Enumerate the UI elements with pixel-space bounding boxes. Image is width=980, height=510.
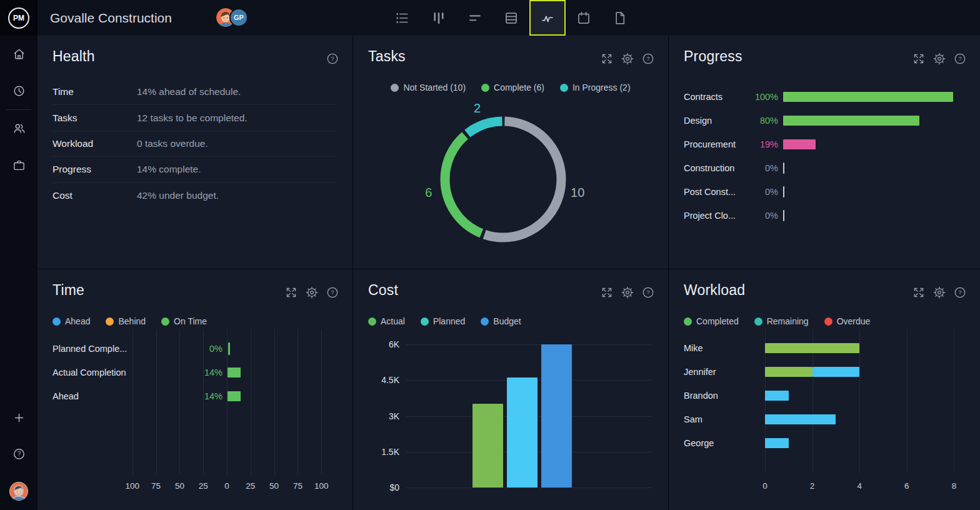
time-bar-chart: 1007550250255075100Planned Comple...0%Ac…	[38, 269, 352, 510]
toolbar-dashboard-view[interactable]	[529, 0, 566, 36]
list-icon	[394, 10, 411, 26]
toolbar-table-view[interactable]	[493, 0, 529, 36]
progress-row-label: Procurement	[684, 139, 736, 149]
zero-tick	[783, 186, 784, 198]
y-axis-label: 4.5K	[362, 375, 399, 385]
toolbar-docs-view[interactable]	[602, 0, 638, 36]
tasks-donut-chart: 1062	[419, 98, 594, 264]
panel-time: Time ? AheadBehindOn Time 10075502502550…	[38, 269, 352, 510]
project-members[interactable]: GP	[216, 8, 248, 27]
donut-slice-count: 10	[571, 186, 584, 199]
time-bar	[228, 368, 241, 378]
legend-item: In Progress (2)	[560, 82, 631, 92]
calendar-icon	[576, 10, 592, 26]
legend-label: Not Started (10)	[403, 82, 466, 92]
zero-tick	[783, 210, 784, 221]
progress-row-value: 0%	[731, 163, 778, 173]
user-avatar-icon	[9, 482, 28, 501]
gridline	[227, 329, 228, 474]
toolbar-calendar-view[interactable]	[566, 0, 602, 36]
time-bar	[228, 391, 241, 401]
gridline	[907, 329, 908, 473]
toolbar-board-view[interactable]	[421, 0, 457, 36]
help-icon[interactable]: ?	[326, 52, 339, 65]
cost-bar-actual	[472, 404, 503, 488]
sidebar-add-button[interactable]	[0, 411, 38, 425]
time-row-value: 14%	[160, 368, 222, 378]
progress-bar	[783, 116, 919, 126]
x-axis-label: 50	[269, 481, 279, 491]
x-axis-label: 25	[246, 481, 255, 491]
toolbar-gantt-view[interactable]	[457, 0, 493, 36]
workload-bar-remaining	[765, 438, 789, 448]
help-icon[interactable]: ?	[642, 52, 654, 65]
sidebar-item-recent[interactable]	[0, 84, 38, 98]
health-row-label: Cost	[52, 190, 137, 201]
svg-text:?: ?	[17, 451, 21, 458]
x-axis-label: 0	[224, 481, 229, 491]
panel-cost: Cost ? ActualPlannedBudget 6K4.5K3K1.5K$…	[353, 269, 668, 510]
sidebar-help-button[interactable]: ?	[0, 447, 38, 461]
dashboard-grid: Health ? Time14% ahead of schedule.Tasks…	[38, 36, 980, 510]
x-axis-label: 8	[952, 481, 957, 491]
health-row: Progress14% complete.	[52, 157, 336, 182]
progress-bar	[783, 92, 953, 102]
view-toolbar	[384, 0, 638, 36]
clock-icon	[12, 84, 26, 98]
time-row-label: Ahead	[52, 391, 79, 401]
sidebar-user-avatar[interactable]	[0, 482, 38, 501]
workload-bar-remaining	[765, 391, 789, 401]
progress-row-label: Construction	[684, 163, 734, 173]
x-axis-label: 50	[175, 481, 184, 491]
progress-row-label: Contracts	[684, 92, 722, 102]
progress-bar-chart: Contracts100%Design80%Procurement19%Cons…	[669, 36, 980, 269]
pm-logo[interactable]: PM	[8, 8, 29, 29]
panel-progress: Progress ? Contracts100%Design80%Procure…	[669, 36, 980, 269]
y-axis-label: $0	[362, 482, 399, 492]
x-axis-label: 4	[857, 481, 862, 491]
legend-dot	[560, 84, 568, 92]
sidebar-item-team[interactable]	[0, 121, 38, 136]
settings-gear-icon[interactable]	[621, 52, 634, 65]
legend-dot	[481, 84, 489, 92]
progress-row-value: 100%	[731, 92, 778, 102]
x-axis-label: 75	[151, 481, 161, 491]
health-row-value: 42% under budget.	[137, 190, 219, 201]
health-row-label: Tasks	[52, 112, 137, 124]
team-icon	[12, 121, 26, 136]
chart-legend: Not Started (10)Complete (6)In Progress …	[353, 82, 668, 92]
sidebar-item-portfolio[interactable]	[0, 158, 38, 172]
health-row-value: 12 tasks to be completed.	[137, 112, 248, 124]
logo-cell: PM	[0, 0, 38, 36]
x-axis-label: 100	[126, 481, 140, 491]
progress-row-value: 19%	[731, 139, 778, 149]
panel-actions: ?	[326, 52, 339, 65]
document-icon	[612, 10, 628, 26]
legend-label: Complete (6)	[494, 82, 544, 92]
x-axis-label: 25	[199, 481, 208, 491]
time-row-label: Actual Completion	[52, 368, 126, 378]
workload-row-label: Jennifer	[684, 367, 716, 377]
cost-bar-budget	[541, 344, 572, 488]
member-avatar-initials[interactable]: GP	[229, 8, 248, 27]
home-icon	[12, 47, 26, 61]
legend-item: Complete (6)	[481, 82, 544, 92]
project-title: Govalle Construction	[50, 0, 172, 36]
panel-title: Tasks	[368, 48, 406, 65]
toolbar-list-view[interactable]	[384, 0, 421, 36]
donut-slice-count: 2	[474, 101, 481, 115]
panel-actions: ?	[601, 52, 654, 65]
workload-row-label: Sam	[684, 414, 702, 424]
progress-bar	[783, 139, 816, 149]
y-axis-label: 3K	[362, 411, 399, 421]
health-row-value: 14% complete.	[137, 164, 201, 175]
gridline	[251, 329, 251, 474]
sidebar-item-home[interactable]	[0, 47, 38, 61]
x-axis-label: 0	[762, 481, 768, 491]
time-row-value: 14%	[160, 391, 222, 401]
progress-row-value: 0%	[731, 211, 778, 221]
expand-icon[interactable]	[601, 52, 613, 65]
question-icon: ?	[12, 447, 26, 461]
workload-bar-chart: 02468MikeJenniferBrandonSamGeorge	[669, 269, 980, 510]
donut-slice-count: 6	[425, 186, 432, 199]
